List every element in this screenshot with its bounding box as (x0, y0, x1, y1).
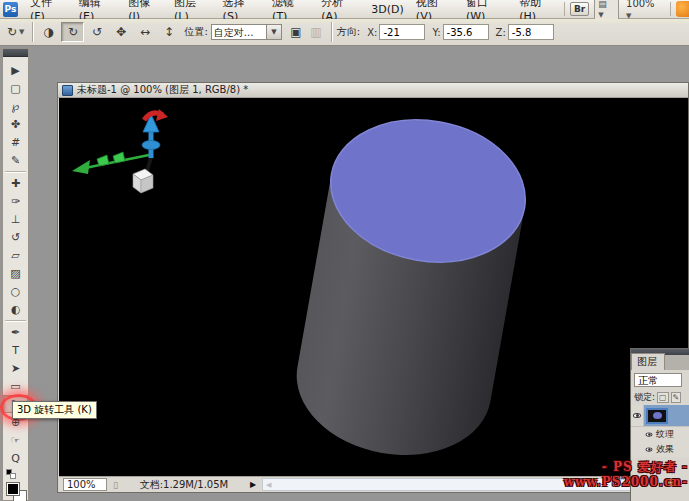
default-colors-icon[interactable] (6, 469, 17, 479)
tool-button-crop-tool[interactable]: # (3, 133, 28, 151)
3d-tool-button-3d-rotate[interactable]: ↻ (61, 22, 84, 42)
home-sphere-icon: ◑ (43, 25, 53, 39)
visibility-cell[interactable] (631, 405, 644, 426)
save-view-button[interactable]: ▣ (286, 22, 306, 42)
tool-button-dodge-tool[interactable]: ◐ (3, 300, 28, 318)
menu-item[interactable]: 视图(V) (410, 0, 460, 18)
orientation-x-field[interactable] (379, 24, 425, 40)
eye-icon[interactable] (646, 447, 653, 451)
tool-icon: ➤ (11, 362, 20, 375)
tool-button-move-tool[interactable]: ▶ (3, 61, 28, 79)
lock-transparency-icon[interactable]: ▢ (657, 392, 669, 403)
lock-row: 锁定: ▢ ✎ (631, 389, 689, 405)
layer-sub-row[interactable]: 效果 (631, 442, 689, 457)
tool-button-hand-tool[interactable]: ☞ (3, 431, 28, 449)
tool-icon: ↺ (92, 25, 102, 39)
document-titlebar[interactable]: 未标题-1 @ 100% (图层 1, RGB/8) * (58, 83, 688, 98)
foreground-color-swatch[interactable] (6, 482, 20, 496)
orientation-z-field[interactable] (508, 24, 554, 40)
app-zoom-dropdown[interactable]: 100% ▼ (624, 0, 665, 20)
tool-button-eraser-tool[interactable]: ▱ (3, 246, 28, 264)
tool-icon: ▢ (10, 82, 20, 95)
menu-item[interactable]: 文件(F) (24, 0, 73, 18)
bridge-button[interactable]: Br (570, 2, 589, 16)
position-select-arrow[interactable]: ▼ (267, 24, 282, 40)
document-window: 未标题-1 @ 100% (图层 1, RGB/8) * (57, 82, 689, 493)
status-zoom-field[interactable]: 100% (63, 478, 107, 491)
tool-button-zoom-tool[interactable]: Q (3, 449, 28, 467)
tool-icon: ▶ (11, 64, 19, 77)
menu-item[interactable]: 窗口(W) (460, 0, 513, 18)
3d-rotate-preset-icon: ↻ (7, 25, 17, 39)
document-icon (62, 85, 73, 96)
tool-icon: ↕ (164, 25, 174, 39)
3d-tool-button-3d-scale[interactable]: ↕ (157, 22, 180, 42)
z-label: Z: (496, 27, 506, 38)
tool-button-healing-brush-tool[interactable]: ✚ (3, 174, 28, 192)
tool-button-rectangle-tool[interactable]: ▭ (3, 377, 28, 395)
tool-icon: ◐ (11, 303, 21, 316)
delete-view-button: ▥ (306, 22, 326, 42)
position-select[interactable]: 自定对... (211, 24, 267, 40)
layer-sub-items: 纹理 效果 (631, 427, 689, 457)
menu-item[interactable]: 分析(A) (315, 0, 365, 18)
return-home-button[interactable]: ◑ (38, 22, 58, 42)
menu-item[interactable]: 3D(D) (365, 0, 410, 18)
tool-button-clone-stamp-tool[interactable]: ⊥ (3, 210, 28, 228)
trash-icon: ▥ (310, 25, 321, 39)
tool-icon: ✒ (11, 326, 20, 339)
tool-button-quick-selection-tool[interactable]: ✤ (3, 115, 28, 133)
chevron-down-icon: ▼ (598, 11, 603, 19)
tool-icon: ✥ (116, 25, 126, 39)
tab-layers[interactable]: 图层 (631, 353, 665, 370)
tool-button-lasso-tool[interactable]: ℘ (3, 97, 28, 115)
tool-icon: ℘ (12, 100, 20, 113)
3d-axis-widget (72, 109, 168, 193)
save-icon: ▣ (290, 25, 301, 39)
tool-icon: # (11, 136, 20, 149)
canvas[interactable] (59, 98, 688, 476)
orientation-label: 方向: (337, 25, 360, 39)
menu-item[interactable]: 图层(L) (168, 0, 217, 18)
tool-button-blur-tool[interactable]: ○ (3, 282, 28, 300)
tool-button-pen-tool[interactable]: ✒ (3, 323, 28, 341)
menu-item[interactable]: 帮助(H) (513, 0, 564, 18)
photoshop-window: Ps 文件(F)编辑(E)图像(I)图层(L)选择(S)滤镜(T)分析(A)3D… (0, 0, 689, 501)
tool-button-path-selection-tool[interactable]: ➤ (3, 359, 28, 377)
sub-item-label: 效果 (656, 443, 674, 456)
menu-item[interactable]: 选择(S) (217, 0, 266, 18)
menu-item[interactable]: 编辑(E) (73, 0, 122, 18)
tool-icon: T (12, 344, 19, 357)
tool-button-type-tool[interactable]: T (3, 341, 28, 359)
tool-button-gradient-tool[interactable]: ▨ (3, 264, 28, 282)
ps-logo[interactable]: Ps (3, 2, 18, 17)
menu-item[interactable]: 图像(I) (122, 0, 168, 18)
tool-button-brush-tool[interactable]: ✑ (3, 192, 28, 210)
lock-pixels-icon[interactable]: ✎ (671, 392, 682, 403)
workspace-button[interactable]: ▤ ▼ (594, 0, 619, 21)
layer-list: 纹理 效果 (631, 405, 689, 457)
tool-preset-button[interactable]: ↻ ▼ (4, 22, 27, 42)
3d-tool-button-3d-slide[interactable]: ↔ (133, 22, 156, 42)
eye-icon[interactable] (646, 432, 653, 436)
palette-grip[interactable] (3, 49, 28, 57)
launcher-icon[interactable] (676, 1, 689, 17)
tool-button-marquee-tool[interactable]: ▢ (3, 79, 28, 97)
layer-row-selected[interactable] (631, 405, 689, 427)
menu-item[interactable]: 滤镜(T) (266, 0, 315, 18)
status-flyout-arrow[interactable]: ▶ (250, 480, 256, 489)
orientation-y-field[interactable] (443, 24, 489, 40)
document-size-info: 文档:1.29M/1.05M (124, 478, 244, 492)
blend-mode-select[interactable]: 正常 (634, 373, 682, 387)
tool-button-eyedropper-tool[interactable]: ✎ (3, 151, 28, 169)
scroll-left-icon[interactable]: ◀ (263, 481, 274, 489)
3d-tool-button-3d-pan[interactable]: ✥ (109, 22, 132, 42)
tool-icon: ✑ (11, 195, 20, 208)
tool-button-history-brush-tool[interactable]: ↺ (3, 228, 28, 246)
layer-sub-row[interactable]: 纹理 (631, 427, 689, 442)
watermark-line1: - PS 爱好者 - (564, 460, 688, 475)
3d-tool-button-3d-roll[interactable]: ↺ (85, 22, 108, 42)
tool-icon: ▱ (11, 249, 19, 262)
x-label: X: (367, 27, 377, 38)
layer-thumbnail[interactable] (646, 408, 668, 424)
